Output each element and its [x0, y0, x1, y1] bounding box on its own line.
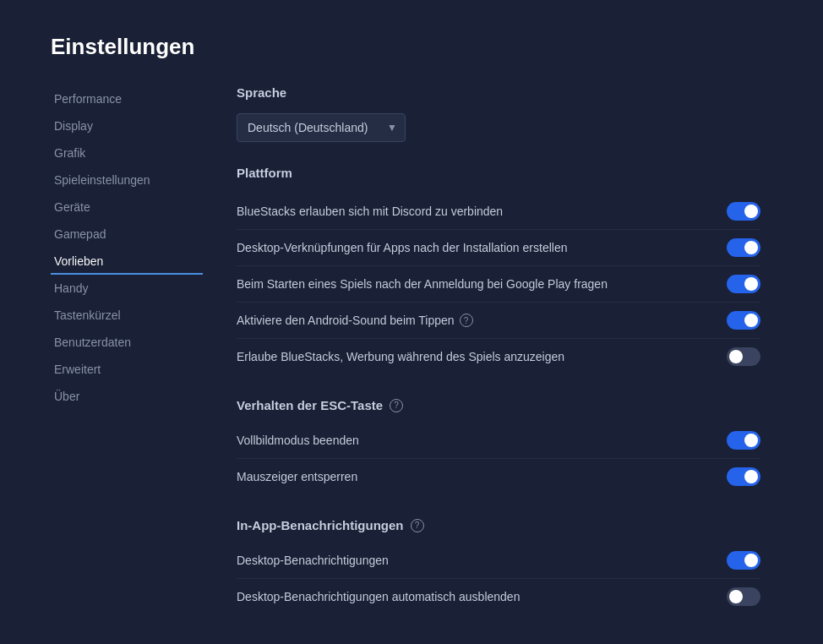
toggle-fullscreen[interactable] — [727, 431, 760, 450]
plattform-title: Plattform — [237, 166, 760, 180]
esc-title: Verhalten der ESC-Taste — [237, 398, 383, 412]
toggle-mouse[interactable] — [727, 467, 760, 486]
toggle-row-android-sound: Aktiviere den Android-Sound beim Tippen … — [237, 303, 760, 339]
notifications-title: In-App-Benachrichtigungen — [237, 518, 404, 532]
esc-section: Verhalten der ESC-Taste ? Vollbildmodus … — [237, 398, 760, 494]
push-section: Windows Push-Benachrichtigungen ? Verwal… — [237, 638, 760, 644]
toggle-row-ads: Erlaube BlueStacks, Werbung während des … — [237, 339, 760, 374]
sidebar: Performance Display Grafik Spieleinstell… — [51, 85, 203, 644]
sidebar-item-tastenkuerzel[interactable]: Tastenkürzel — [51, 302, 203, 329]
toggle-google-play[interactable] — [727, 275, 760, 293]
language-select-wrapper: Deutsch (Deutschland) ▼ — [237, 113, 406, 142]
toggle-label-desktop-shortcuts: Desktop-Verknüpfungen für Apps nach der … — [237, 241, 567, 254]
toggle-row-mouse: Mauszeiger entsperren — [237, 459, 760, 494]
toggle-label-discord: BlueStacks erlauben sich mit Discord zu … — [237, 205, 503, 218]
sidebar-item-spieleinstellungen[interactable]: Spieleinstellungen — [51, 166, 203, 194]
sidebar-item-handy[interactable]: Handy — [51, 275, 203, 302]
sidebar-item-performance[interactable]: Performance — [51, 85, 203, 112]
toggle-discord[interactable] — [727, 202, 760, 221]
plattform-section: Plattform BlueStacks erlauben sich mit D… — [237, 166, 760, 374]
main-content: Sprache Deutsch (Deutschland) ▼ Plattfor… — [237, 85, 760, 644]
toggle-row-google-play: Beim Starten eines Spiels nach der Anmel… — [237, 266, 760, 303]
toggle-row-desktop-shortcuts: Desktop-Verknüpfungen für Apps nach der … — [237, 230, 760, 266]
sidebar-item-ueber[interactable]: Über — [51, 383, 203, 410]
toggle-row-fullscreen: Vollbildmodus beenden — [237, 423, 760, 459]
toggle-label-android-sound: Aktiviere den Android-Sound beim Tippen … — [237, 314, 473, 327]
language-select[interactable]: Deutsch (Deutschland) — [237, 113, 406, 142]
sprache-title: Sprache — [237, 85, 760, 100]
toggle-label-mouse: Mauszeiger entsperren — [237, 470, 357, 483]
toggle-label-google-play: Beim Starten eines Spiels nach der Anmel… — [237, 277, 608, 291]
toggle-desktop-shortcuts[interactable] — [727, 238, 760, 257]
esc-header: Verhalten der ESC-Taste ? — [237, 398, 760, 412]
sidebar-item-vorlieben[interactable]: Vorlieben — [51, 248, 203, 275]
toggle-ads[interactable] — [727, 347, 760, 366]
toggle-row-discord: BlueStacks erlauben sich mit Discord zu … — [237, 194, 760, 230]
toggle-label-desktop-notif-hide: Desktop-Benachrichtigungen automatisch a… — [237, 590, 520, 603]
sidebar-item-gamepad[interactable]: Gamepad — [51, 221, 203, 248]
page-title: Einstellungen — [51, 34, 772, 60]
sidebar-item-display[interactable]: Display — [51, 112, 203, 139]
toggle-desktop-notif[interactable] — [727, 551, 760, 570]
toggle-row-desktop-notif: Desktop-Benachrichtigungen — [237, 543, 760, 579]
notifications-header: In-App-Benachrichtigungen ? — [237, 518, 760, 532]
toggle-row-desktop-notif-hide: Desktop-Benachrichtigungen automatisch a… — [237, 579, 760, 614]
esc-info-icon[interactable]: ? — [390, 399, 403, 412]
toggle-label-ads: Erlaube BlueStacks, Werbung während des … — [237, 350, 564, 363]
notifications-section: In-App-Benachrichtigungen ? Desktop-Bena… — [237, 518, 760, 614]
notifications-info-icon[interactable]: ? — [411, 519, 424, 532]
sidebar-item-benutzerdaten[interactable]: Benutzerdaten — [51, 329, 203, 356]
toggle-android-sound[interactable] — [727, 311, 760, 330]
push-row: Windows Push-Benachrichtigungen ? Verwal… — [237, 638, 760, 644]
toggle-label-desktop-notif: Desktop-Benachrichtigungen — [237, 554, 389, 567]
sidebar-item-erweitert[interactable]: Erweitert — [51, 356, 203, 383]
sidebar-item-geraete[interactable]: Geräte — [51, 194, 203, 221]
sprache-section: Sprache Deutsch (Deutschland) ▼ — [237, 85, 760, 142]
sidebar-item-grafik[interactable]: Grafik — [51, 139, 203, 166]
android-sound-info-icon[interactable]: ? — [460, 314, 473, 327]
toggle-desktop-notif-hide[interactable] — [727, 587, 760, 606]
toggle-label-fullscreen: Vollbildmodus beenden — [237, 434, 359, 447]
